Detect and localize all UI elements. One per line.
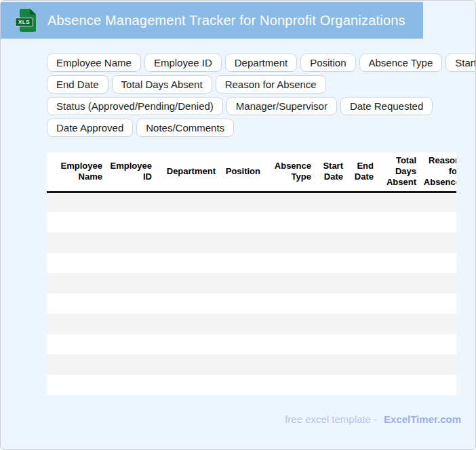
chip-end-date[interactable]: End Date bbox=[47, 75, 108, 94]
table-cell bbox=[315, 232, 346, 253]
table-cell bbox=[219, 192, 264, 212]
chip-row: End DateTotal Days AbsentReason for Abse… bbox=[47, 75, 475, 94]
chip-department[interactable]: Department bbox=[225, 54, 297, 72]
table-row bbox=[47, 314, 456, 334]
table-cell bbox=[315, 192, 346, 212]
table-cell bbox=[264, 375, 315, 395]
chip-date-approved[interactable]: Date Approved bbox=[47, 119, 133, 137]
table-row bbox=[47, 232, 456, 253]
table-cell bbox=[47, 273, 106, 293]
table-cell bbox=[219, 314, 264, 334]
column-header-employee-id: Employee ID bbox=[106, 152, 155, 192]
table-cell bbox=[420, 212, 456, 232]
chip-manager-supervisor[interactable]: Manager/Supervisor bbox=[226, 97, 337, 115]
chip-row: Date ApprovedNotes/Comments bbox=[47, 119, 475, 137]
table-cell bbox=[264, 192, 315, 212]
table-cell bbox=[106, 354, 155, 375]
table-cell bbox=[377, 192, 420, 212]
table-cell bbox=[346, 192, 377, 212]
table-cell bbox=[346, 375, 377, 395]
table-cell bbox=[377, 273, 420, 293]
table-cell bbox=[47, 212, 106, 232]
table-cell bbox=[377, 375, 420, 395]
table-cell bbox=[47, 314, 106, 334]
table-cell bbox=[155, 273, 219, 293]
table-row bbox=[47, 192, 456, 212]
chip-row: Employee NameEmployee IDDepartmentPositi… bbox=[47, 54, 475, 72]
table-cell bbox=[155, 253, 219, 273]
table-cell bbox=[106, 314, 155, 334]
table-cell bbox=[264, 212, 315, 232]
table-row bbox=[47, 354, 456, 375]
table-row bbox=[47, 212, 456, 232]
table-cell bbox=[377, 212, 420, 232]
chip-date-requested[interactable]: Date Requested bbox=[340, 97, 433, 115]
chip-notes-comments[interactable]: Notes/Comments bbox=[136, 119, 234, 137]
table-cell bbox=[155, 232, 219, 253]
column-header-start-date: Start Date bbox=[315, 152, 346, 192]
absence-table-grid: Employee NameEmployee IDDepartmentPositi… bbox=[47, 152, 456, 395]
table-cell bbox=[420, 334, 456, 354]
table-cell bbox=[420, 273, 456, 293]
table-cell bbox=[377, 293, 420, 314]
table-cell bbox=[106, 273, 155, 293]
table-cell bbox=[155, 334, 219, 354]
table-cell bbox=[346, 232, 377, 253]
footer-text: free excel template - bbox=[285, 413, 377, 425]
chip-reason-for-absence[interactable]: Reason for Absence bbox=[216, 75, 326, 94]
table-cell bbox=[219, 354, 264, 375]
table-cell bbox=[346, 253, 377, 273]
table-cell bbox=[155, 314, 219, 334]
table-cell bbox=[377, 334, 420, 354]
table-cell bbox=[315, 273, 346, 293]
table-cell bbox=[315, 314, 346, 334]
table-cell bbox=[315, 334, 346, 354]
table-cell bbox=[420, 253, 456, 273]
table-cell bbox=[377, 354, 420, 375]
table-cell bbox=[106, 334, 155, 354]
table-cell bbox=[106, 253, 155, 273]
table-cell bbox=[420, 192, 456, 212]
chip-total-days-absent[interactable]: Total Days Absent bbox=[112, 75, 212, 94]
table-cell bbox=[315, 375, 346, 395]
table-cell bbox=[264, 354, 315, 375]
footer: free excel template - ExcelTimer.com bbox=[1, 413, 461, 425]
table-cell bbox=[346, 354, 377, 375]
chip-absence-type[interactable]: Absence Type bbox=[359, 54, 443, 72]
table-row bbox=[47, 293, 456, 314]
table-cell bbox=[155, 375, 219, 395]
table-cell bbox=[346, 293, 377, 314]
table-cell bbox=[264, 334, 315, 354]
table-cell bbox=[155, 354, 219, 375]
table-cell bbox=[346, 212, 377, 232]
table-cell bbox=[47, 232, 106, 253]
table-cell bbox=[106, 375, 155, 395]
footer-brand-link[interactable]: ExcelTimer.com bbox=[384, 413, 461, 425]
table-cell bbox=[264, 293, 315, 314]
table-cell bbox=[420, 354, 456, 375]
chip-row: Status (Approved/Pending/Denied)Manager/… bbox=[47, 97, 475, 115]
table-row bbox=[47, 253, 456, 273]
table-cell bbox=[315, 354, 346, 375]
table-row bbox=[47, 375, 456, 395]
table-cell bbox=[377, 253, 420, 273]
chip-status-approved-pending-denied[interactable]: Status (Approved/Pending/Denied) bbox=[47, 97, 223, 115]
chip-employee-name[interactable]: Employee Name bbox=[47, 54, 141, 72]
app-header: XLS Absence Management Tracker for Nonpr… bbox=[1, 2, 423, 39]
table-cell bbox=[264, 314, 315, 334]
table-cell bbox=[219, 334, 264, 354]
table-row bbox=[47, 273, 456, 293]
table-cell bbox=[377, 314, 420, 334]
chip-start-date[interactable]: Start Date bbox=[445, 54, 476, 72]
chip-position[interactable]: Position bbox=[300, 54, 355, 72]
table-cell bbox=[47, 354, 106, 375]
xls-label: XLS bbox=[15, 18, 33, 26]
table-cell bbox=[264, 273, 315, 293]
table-cell bbox=[315, 293, 346, 314]
table-cell bbox=[47, 293, 106, 314]
chip-employee-id[interactable]: Employee ID bbox=[144, 54, 222, 72]
table-cell bbox=[47, 334, 106, 354]
table-cell bbox=[264, 253, 315, 273]
page-card: XLS Absence Management Tracker for Nonpr… bbox=[0, 0, 476, 450]
table-cell bbox=[420, 375, 456, 395]
